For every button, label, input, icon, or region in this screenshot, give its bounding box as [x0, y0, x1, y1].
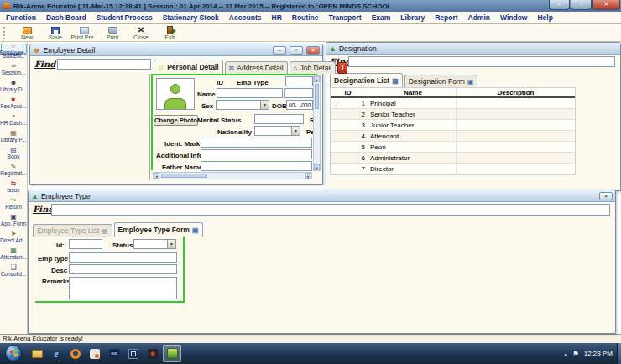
print-button[interactable]: Print	[98, 25, 127, 41]
emp-type-input[interactable]	[69, 252, 177, 263]
sidebar-item-registration[interactable]: ✎Registrat...	[1, 161, 27, 178]
sidebar-item-library-p[interactable]: ▦Library P...	[1, 127, 27, 144]
name-secondary-input[interactable]	[284, 88, 313, 98]
menu-item-window[interactable]: Window	[500, 13, 528, 22]
taskbar-rikarena-active-icon[interactable]	[163, 345, 181, 362]
new-button[interactable]: New	[13, 25, 41, 41]
employee-detail-minimize-button[interactable]: –	[273, 46, 286, 55]
taskbar-app-icon-1[interactable]	[86, 345, 104, 362]
sidebar-item-app-form[interactable]: ▣App. Form	[1, 211, 27, 228]
sidebar-item-employee[interactable]: ☺Employee..	[1, 44, 27, 54]
employee-list-panel[interactable]	[32, 74, 150, 180]
taskbar-app-icon-2[interactable]: oo	[105, 345, 123, 362]
taskbar-firefox-icon[interactable]	[66, 345, 85, 362]
vertical-scroll-thumb[interactable]	[315, 84, 319, 109]
horizontal-scroll-thumb[interactable]	[161, 174, 207, 178]
show-desktop-button[interactable]	[617, 343, 621, 364]
menu-item-stationary-stock[interactable]: Stationary Stock	[163, 13, 219, 22]
menu-item-routine[interactable]: Routine	[292, 13, 319, 22]
emp-type-input[interactable]	[285, 76, 313, 86]
alert-tab-icon[interactable]: !	[337, 62, 347, 74]
desc-input[interactable]	[69, 264, 177, 274]
start-button[interactable]	[5, 345, 22, 361]
remarks-textarea[interactable]	[69, 277, 177, 299]
tab-designation-list[interactable]: Designation List ▦	[330, 73, 403, 87]
dropdown-arrow-icon[interactable]: ▼	[167, 240, 175, 248]
print-preview-button[interactable]: Print Pre..	[70, 25, 98, 41]
dropdown-arrow-icon[interactable]: ▼	[260, 101, 269, 109]
menu-item-student-process[interactable]: Student Process	[97, 13, 153, 22]
employee-type-find-input[interactable]	[51, 204, 610, 216]
vertical-scrollbar[interactable]: ▴ ▾	[313, 75, 321, 171]
status-select[interactable]: ▼	[133, 239, 176, 249]
employee-detail-find-input[interactable]	[57, 59, 151, 70]
employee-type-title-bar[interactable]: ▲ Employee Type ✕	[29, 190, 615, 202]
father-name-input[interactable]	[201, 161, 312, 171]
tab-employee-type-list[interactable]: Employee Type List ▦	[33, 224, 112, 237]
sidebar-item-library-d[interactable]: ☻Library D...	[1, 77, 27, 94]
scroll-down-icon[interactable]: ▾	[314, 164, 320, 170]
menu-item-help[interactable]: Help	[537, 13, 552, 22]
nationality-select[interactable]: ▼	[254, 126, 300, 136]
header-name[interactable]: Name	[368, 88, 457, 96]
dropdown-arrow-icon[interactable]: ▼	[291, 127, 300, 135]
menu-item-hr[interactable]: HR	[272, 13, 282, 22]
menu-item-accounts[interactable]: Accounts	[229, 13, 262, 22]
scroll-up-icon[interactable]: ▴	[314, 76, 320, 82]
action-center-flag-icon[interactable]: ⚑	[572, 350, 579, 358]
id-input[interactable]	[69, 239, 102, 249]
designation-find-input[interactable]	[348, 56, 615, 67]
tab-personal-detail[interactable]: ☺ Personal Detail	[154, 60, 223, 74]
sex-select[interactable]: ▼	[216, 100, 269, 110]
employee-type-close-button[interactable]: ✕	[599, 192, 613, 200]
header-id[interactable]: ID	[331, 88, 368, 96]
tab-address-detail[interactable]: ✉ Address Detail	[225, 61, 288, 74]
employee-detail-close-button[interactable]: ✕	[306, 46, 320, 55]
exit-button[interactable]: Exit	[155, 25, 184, 41]
table-row[interactable]: 5 Peon	[331, 142, 575, 153]
menu-item-function[interactable]: Function	[6, 13, 36, 22]
taskbar-app-icon-4[interactable]: ☻	[144, 345, 162, 362]
marital-status-input[interactable]	[254, 114, 304, 124]
toolbar-grip[interactable]	[3, 27, 5, 39]
employee-detail-maximize-button[interactable]: ▫	[290, 46, 303, 55]
taskbar-app-icon-3[interactable]	[124, 345, 143, 362]
ident-mark-input[interactable]	[201, 138, 312, 148]
sidebar-item-fee-account[interactable]: ■FeeAcco...	[1, 94, 27, 111]
table-row[interactable]: ☞1 Principal	[331, 98, 575, 109]
sidebar-item-direct-admission[interactable]: ➤Direct Ad...	[1, 228, 27, 245]
table-row[interactable]: 2 Senior Teacher	[331, 109, 575, 120]
sidebar-item-hr-dashboard[interactable]: ◔HR Dash...	[1, 111, 27, 127]
table-row[interactable]: 3 Junior Teacher	[331, 120, 575, 131]
sidebar-item-session[interactable]: ∞Session...	[1, 60, 27, 77]
name-input[interactable]	[217, 88, 283, 98]
tab-designation-form[interactable]: Designation Form ▣	[404, 75, 478, 87]
tray-expand-icon[interactable]: ▴	[565, 351, 567, 356]
taskbar-clock[interactable]: 12:28 PM	[584, 350, 613, 357]
close-button[interactable]: ✕	[592, 0, 620, 10]
header-description[interactable]: Description	[457, 88, 575, 96]
close-window-button[interactable]: ✕ Close	[127, 25, 155, 41]
menu-item-library[interactable]: Library	[400, 13, 425, 22]
horizontal-scrollbar[interactable]: ◂ ▸	[153, 172, 312, 179]
taskbar-explorer-icon[interactable]	[28, 345, 46, 362]
sidebar-item-consolidated[interactable]: ❏Consolid...	[1, 262, 27, 278]
maximize-button[interactable]: ▫	[571, 0, 592, 10]
table-row[interactable]: 7 Director	[331, 164, 575, 174]
menu-item-dashboard[interactable]: Dash Board	[46, 13, 86, 22]
sidebar-item-return[interactable]: ↪Return	[1, 195, 27, 211]
minimize-button[interactable]: –	[549, 0, 570, 10]
save-button[interactable]: Save	[41, 25, 70, 41]
menu-item-admin[interactable]: Admin	[468, 13, 490, 22]
sidebar-item-issue[interactable]: ⇆Issue	[1, 178, 27, 195]
employee-detail-title-bar[interactable]: ☻ Employee Detail – ▫ ✕	[30, 44, 322, 56]
sidebar-item-attendance[interactable]: ▦Attendan...	[1, 245, 27, 262]
scroll-left-icon[interactable]: ◂	[154, 173, 159, 179]
menu-item-exam[interactable]: Exam	[372, 13, 391, 22]
scroll-right-icon[interactable]: ▸	[305, 173, 311, 179]
designation-title-bar[interactable]: ▲ Designation	[326, 43, 620, 55]
additional-info-input[interactable]	[201, 149, 312, 159]
tab-employee-type-form[interactable]: Employee Type Form ▣	[114, 222, 203, 237]
table-row[interactable]: 4 Attendant	[331, 131, 575, 142]
change-photo-button[interactable]: Change Photo	[154, 115, 198, 126]
